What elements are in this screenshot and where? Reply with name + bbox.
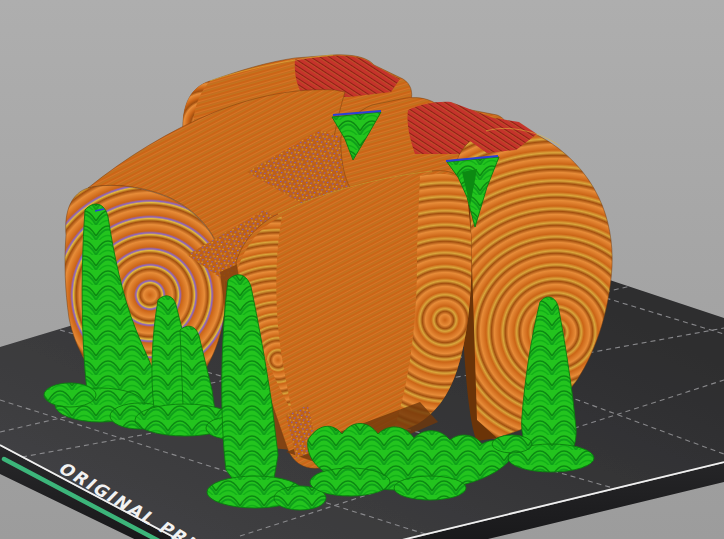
viewport-3d[interactable]: ORIGINAL PRUSA (0, 0, 724, 539)
slicer-window: ORIGINAL PRUSA (0, 0, 724, 539)
